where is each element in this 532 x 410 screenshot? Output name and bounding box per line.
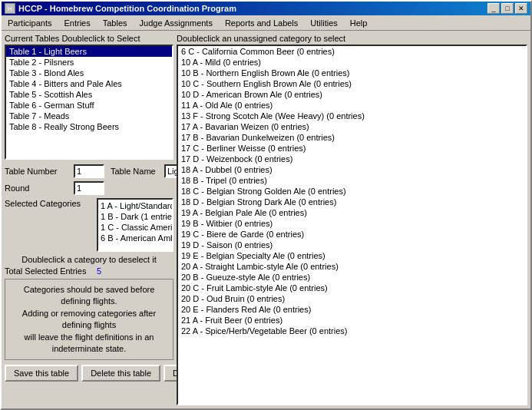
table-list-item[interactable]: Table 2 - Pilsners (6, 57, 172, 68)
right-category-item[interactable]: 22 A - Spice/Herb/Vegetable Beer (0 entr… (178, 326, 526, 336)
right-category-item[interactable]: 20 D - Oud Bruin (0 entries) (178, 293, 526, 304)
selected-category-item[interactable]: 6 B - American Amber Ale (1 entries) (99, 233, 171, 243)
form-section: Table Number Table Name Round Selected C… (5, 164, 173, 382)
right-category-item[interactable]: 13 F - Strong Scotch Ale (Wee Heavy) (0 … (178, 111, 526, 121)
right-category-item[interactable]: 11 A - Old Ale (0 entries) (178, 100, 526, 111)
table-list-item[interactable]: Table 3 - Blond Ales (6, 68, 172, 78)
round-label: Round (5, 184, 74, 193)
left-panel-header: Current Tables Doubleclick to Select (5, 34, 173, 43)
left-panel: Current Tables Doubleclick to Select Tab… (5, 34, 173, 405)
menu-item-utilities[interactable]: Utilities (307, 18, 340, 28)
warning-box: Categories should be saved before defini… (5, 279, 173, 360)
save-table-button[interactable]: Save this table (5, 365, 78, 382)
right-category-item[interactable]: 6 C - California Common Beer (0 entries) (178, 46, 526, 57)
bottom-buttons: Save this table Delete this table Define… (5, 365, 173, 382)
table-number-label: Table Number (5, 167, 74, 176)
table-list-item[interactable]: Table 7 - Meads (6, 111, 172, 121)
right-category-item[interactable]: 19 C - Biere de Garde (0 entries) (178, 229, 526, 240)
right-category-item[interactable]: 10 C - Southern English Brown Ale (0 ent… (178, 78, 526, 89)
minimize-button[interactable]: _ (487, 3, 500, 14)
tables-listbox[interactable]: Table 1 - Light BeersTable 2 - PilsnersT… (5, 45, 173, 160)
right-category-item[interactable]: 19 A - Belgian Pale Ale (0 entries) (178, 207, 526, 218)
main-content: Current Tables Doubleclick to Select Tab… (2, 31, 530, 408)
right-category-item[interactable]: 17 A - Bavarian Weizen (0 entries) (178, 121, 526, 132)
menu-item-tables[interactable]: Tables (100, 18, 131, 28)
deselect-hint: Doubleclick a category to deselect it (5, 255, 173, 264)
title-bar-left: H HCCP - Homebrew Competition Coordinati… (5, 3, 236, 14)
right-category-item[interactable]: 19 E - Belgian Specialty Ale (0 entries) (178, 250, 526, 261)
right-category-item[interactable]: 21 A - Fruit Beer (0 entries) (178, 315, 526, 326)
right-category-item[interactable]: 20 C - Fruit Lambic-style Ale (0 entries… (178, 283, 526, 293)
table-number-row: Table Number Table Name (5, 164, 173, 178)
main-window: H HCCP - Homebrew Competition Coordinati… (0, 0, 532, 410)
right-panel-header: Doubleclick an unassigned category to se… (177, 34, 527, 43)
window-title: HCCP - Homebrew Competition Coordination… (18, 4, 236, 13)
menu-item-reports-and-labels[interactable]: Reports and Labels (222, 18, 301, 28)
selected-category-item[interactable]: 1 B - Dark (1 entries) (99, 211, 171, 222)
title-bar: H HCCP - Homebrew Competition Coordinati… (2, 2, 530, 15)
right-category-item[interactable]: 10 A - Mild (0 entries) (178, 57, 526, 68)
selected-categories-row: Selected Categories 1 A - Light/Standard… (5, 198, 173, 252)
menu-item-help[interactable]: Help (347, 18, 371, 28)
table-number-input[interactable] (74, 164, 104, 178)
table-list-item[interactable]: Table 4 - Bitters and Pale Ales (6, 78, 172, 89)
table-list-item[interactable]: Table 5 - Scottish Ales (6, 89, 172, 100)
selected-category-item[interactable]: 1 A - Light/Standard/Premium (3 entries) (99, 200, 171, 211)
delete-table-button[interactable]: Delete this table (81, 365, 160, 382)
total-selected-label: Total Selected Entries (5, 266, 97, 276)
menu-item-judge-assignments[interactable]: Judge Assignments (137, 18, 216, 28)
right-category-item[interactable]: 18 C - Belgian Strong Golden Ale (0 entr… (178, 186, 526, 197)
right-category-item[interactable]: 20 B - Gueuze-style Ale (0 entries) (178, 272, 526, 283)
selected-category-item[interactable]: 1 C - Classic American Pilsner (0 entrie… (99, 222, 171, 233)
app-icon: H (5, 3, 15, 14)
right-category-item[interactable]: 17 B - Bavarian Dunkelweizen (0 entries) (178, 132, 526, 143)
maximize-button[interactable]: □ (501, 3, 514, 14)
table-list-item[interactable]: Table 6 - German Stuff (6, 100, 172, 111)
total-selected-value: 5 (97, 266, 101, 276)
right-panel: Doubleclick an unassigned category to se… (177, 34, 527, 405)
title-buttons: _ □ ✕ (487, 3, 527, 14)
right-categories-listbox[interactable]: 6 C - California Common Beer (0 entries)… (177, 45, 527, 405)
right-category-item[interactable]: 10 B - Northern English Brown Ale (0 ent… (178, 68, 526, 78)
menu-bar: ParticipantsEntriesTablesJudge Assignmen… (2, 15, 530, 31)
table-name-label: Table Name (111, 167, 164, 176)
table-list-item[interactable]: Table 1 - Light Beers (6, 46, 172, 57)
right-category-item[interactable]: 18 A - Dubbel (0 entries) (178, 164, 526, 175)
right-category-item[interactable]: 20 A - Straight Lambic-style Ale (0 entr… (178, 261, 526, 272)
menu-item-participants[interactable]: Participants (5, 18, 55, 28)
right-category-item[interactable]: 18 B - Tripel (0 entries) (178, 175, 526, 186)
right-category-item[interactable]: 10 D - American Brown Ale (0 entries) (178, 89, 526, 100)
menu-item-entries[interactable]: Entries (61, 18, 93, 28)
table-list-item[interactable]: Table 8 - Really Strong Beers (6, 121, 172, 132)
close-button[interactable]: ✕ (515, 3, 527, 14)
right-category-item[interactable]: 19 D - Saison (0 entries) (178, 240, 526, 250)
right-category-item[interactable]: 20 E - Flanders Red Ale (0 entries) (178, 304, 526, 315)
right-category-item[interactable]: 19 B - Witbier (0 entries) (178, 218, 526, 229)
warning-text: Categories should be saved before defini… (22, 285, 156, 353)
right-category-item[interactable]: 17 D - Weizenbock (0 entries) (178, 154, 526, 164)
round-row: Round (5, 181, 173, 195)
selected-categories-label: Selected Categories (5, 198, 97, 208)
right-category-item[interactable]: 17 C - Berliner Weisse (0 entries) (178, 143, 526, 154)
right-listbox-container: 6 C - California Common Beer (0 entries)… (177, 45, 527, 405)
round-input[interactable] (74, 181, 104, 195)
selected-categories-box[interactable]: 1 A - Light/Standard/Premium (3 entries)… (97, 198, 173, 252)
right-category-item[interactable]: 18 D - Belgian Strong Dark Ale (0 entrie… (178, 197, 526, 207)
total-row: Total Selected Entries 5 (5, 266, 173, 276)
